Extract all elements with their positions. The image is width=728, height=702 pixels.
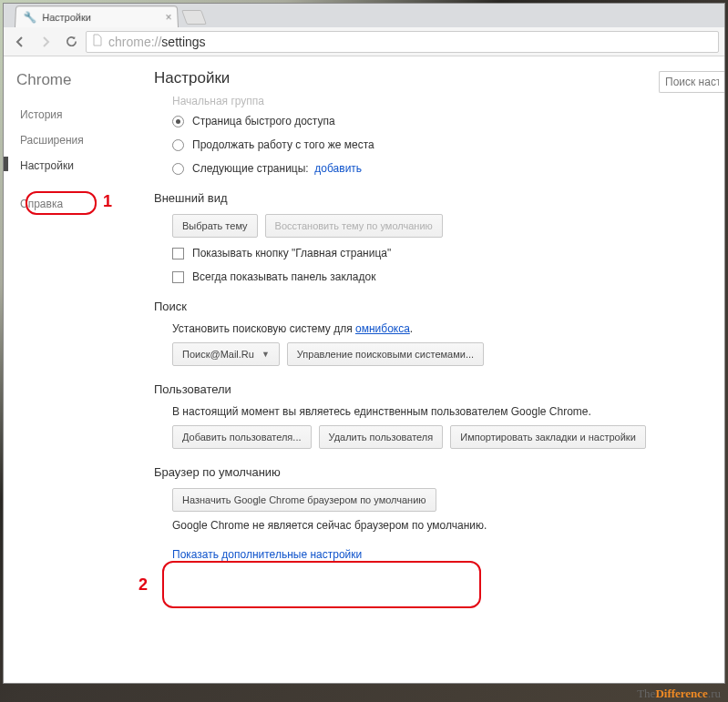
add-user-button[interactable]: Добавить пользователя... — [172, 425, 312, 449]
reset-theme-button[interactable]: Восстановить тему по умолчанию — [265, 214, 443, 238]
show-bookmarks-bar-checkbox[interactable]: Всегда показывать панель закладок — [172, 270, 724, 283]
forward-button[interactable] — [35, 31, 56, 53]
set-default-browser-button[interactable]: Назначить Google Chrome браузером по умо… — [172, 488, 436, 512]
default-browser-note: Google Chrome не является сейчас браузер… — [172, 519, 724, 532]
appearance-section-title: Внешний вид — [154, 191, 724, 205]
search-engine-dropdown[interactable]: Поиск@Mail.Ru ▼ — [172, 342, 280, 366]
choose-theme-button[interactable]: Выбрать тему — [172, 214, 258, 238]
browser-tab[interactable]: 🔧 Настройки × — [15, 5, 179, 27]
import-bookmarks-button[interactable]: Импортировать закладки и настройки — [450, 425, 646, 449]
add-pages-link[interactable]: добавить — [314, 162, 362, 175]
tab-title: Настройки — [42, 12, 91, 23]
radio-checked-icon — [172, 116, 184, 127]
search-desc: Установить поисковую систему для омнибок… — [172, 322, 724, 335]
users-desc: В настоящий момент вы являетесь единстве… — [172, 405, 724, 418]
radio-icon — [172, 163, 184, 175]
checkbox-label: Всегда показывать панель закладок — [192, 270, 375, 283]
sidebar: Chrome История Расширения Настройки Спра… — [4, 56, 136, 683]
radio-icon — [172, 139, 184, 151]
sidebar-item-settings[interactable]: Настройки — [13, 153, 136, 178]
watermark: TheDifference.ru — [637, 687, 721, 701]
sidebar-item-label: Настройки — [20, 159, 74, 172]
close-icon[interactable]: × — [165, 11, 172, 24]
chevron-down-icon: ▼ — [261, 350, 270, 359]
omnibox-link[interactable]: омнибокса — [355, 322, 410, 335]
reload-button[interactable] — [60, 31, 82, 53]
checkbox-icon — [172, 248, 184, 259]
radio-label: Следующие страницы: — [192, 162, 309, 175]
back-button[interactable] — [9, 31, 31, 53]
search-settings-input[interactable] — [659, 71, 724, 93]
manage-search-engines-button[interactable]: Управление поисковыми системами... — [287, 342, 484, 366]
search-section-title: Поиск — [154, 300, 724, 313]
sidebar-item-help[interactable]: Справка — [13, 191, 136, 217]
tab-strip: 🔧 Настройки × — [4, 4, 724, 27]
sidebar-item-extensions[interactable]: Расширения — [13, 127, 136, 153]
checkbox-icon — [172, 271, 184, 283]
brand-title: Chrome — [16, 71, 136, 89]
checkbox-label: Показывать кнопку "Главная страница" — [192, 247, 391, 259]
startup-option-fastaccess[interactable]: Страница быстрого доступа — [172, 115, 724, 127]
page-title: Настройки — [154, 69, 230, 87]
sidebar-item-history[interactable]: История — [13, 102, 136, 127]
toolbar: chrome://settings — [4, 27, 724, 56]
show-home-checkbox[interactable]: Показывать кнопку "Главная страница" — [172, 247, 724, 259]
show-advanced-link[interactable]: Показать дополнительные настройки — [172, 548, 362, 561]
url-path: settings — [161, 35, 205, 49]
startup-option-continue[interactable]: Продолжать работу с того же места — [172, 138, 724, 151]
startup-section-title: Начальная группа — [172, 95, 724, 107]
delete-user-button[interactable]: Удалить пользователя — [319, 425, 444, 449]
startup-option-pages[interactable]: Следующие страницы: добавить — [172, 162, 724, 175]
default-browser-section-title: Браузер по умолчанию — [154, 465, 724, 479]
wrench-icon: 🔧 — [23, 11, 36, 24]
radio-label: Страница быстрого доступа — [192, 115, 335, 127]
dropdown-value: Поиск@Mail.Ru — [182, 349, 254, 360]
new-tab-button[interactable] — [181, 10, 207, 25]
page-icon — [92, 34, 103, 49]
users-section-title: Пользователи — [154, 382, 724, 396]
settings-main: Настройки Начальная группа Страница быст… — [136, 56, 724, 683]
address-bar[interactable]: chrome://settings — [86, 31, 719, 53]
active-indicator — [4, 157, 8, 171]
url-scheme: chrome:// — [108, 35, 161, 49]
radio-label: Продолжать работу с того же места — [192, 138, 374, 151]
